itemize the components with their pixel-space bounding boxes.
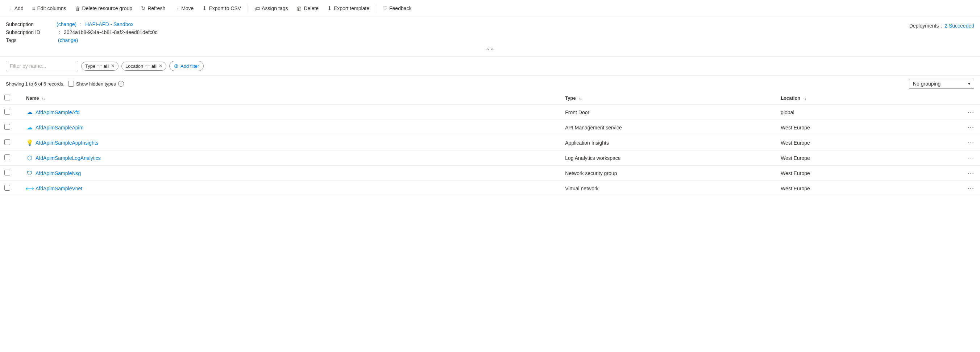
type-sort-icon[interactable]: ↑↓ <box>578 97 582 100</box>
subscription-value[interactable]: HAPI-AFD - Sandbox <box>85 21 134 27</box>
edit-columns-label: Edit columns <box>37 5 66 11</box>
row-checkbox-cell <box>0 120 22 135</box>
resource-icon: 🛡 <box>26 170 33 177</box>
records-bar: Showing 1 to 6 of 6 records. Show hidden… <box>0 76 980 92</box>
resource-name: AfdApimSampleAfd <box>35 110 80 115</box>
row-context-menu-button[interactable]: ··· <box>966 108 976 116</box>
add-filter-button[interactable]: ⊕ Add filter <box>169 61 204 71</box>
separator-2 <box>376 4 376 13</box>
filter-bar: Type == all ✕ Location == all ✕ ⊕ Add fi… <box>0 57 980 76</box>
row-context-menu-button[interactable]: ··· <box>966 124 976 131</box>
select-all-checkbox[interactable] <box>4 95 10 100</box>
add-filter-label: Add filter <box>180 64 199 69</box>
export-template-button[interactable]: ⬇ Export template <box>324 3 373 14</box>
tags-label: Tags <box>6 37 57 43</box>
table-header: Name ↑↓ Type ↑↓ Location ↑↓ <box>0 92 980 105</box>
feedback-label: Feedback <box>389 5 411 11</box>
row-name-cell: 🛡 AfdApimSampleNsg <box>22 166 561 181</box>
export-icon: ⬇ <box>327 5 332 11</box>
deployments-value[interactable]: 2 Succeeded <box>945 23 974 29</box>
row-menu-cell: ··· <box>953 166 980 181</box>
row-checkbox-cell <box>0 166 22 181</box>
location-filter-tag[interactable]: Location == all ✕ <box>121 62 166 71</box>
resource-name: AfdApimSampleAppInsights <box>35 140 99 146</box>
edit-columns-button[interactable]: ≡ Edit columns <box>29 3 70 14</box>
tag-icon: 🏷 <box>255 5 260 11</box>
row-context-menu-button[interactable]: ··· <box>966 169 976 177</box>
grouping-dropdown[interactable]: No grouping ▾ <box>909 79 974 89</box>
add-button[interactable]: + Add <box>6 3 27 14</box>
resource-location: West Europe <box>781 140 810 146</box>
header-type: Type ↑↓ <box>561 92 776 105</box>
row-context-menu-button[interactable]: ··· <box>966 139 976 147</box>
resource-name: AfdApimSampleLogAnalytics <box>35 155 101 161</box>
resource-name-link[interactable]: ⬡ AfdApimSampleLogAnalytics <box>26 154 556 162</box>
tags-row: Tags (change) <box>6 37 158 43</box>
refresh-button[interactable]: ↻ Refresh <box>137 3 169 14</box>
resource-name-link[interactable]: ☁ AfdApimSampleAfd <box>26 109 556 116</box>
resource-type: Application Insights <box>565 140 609 146</box>
resource-icon: ⟷ <box>26 185 33 192</box>
export-csv-button[interactable]: ⬇ Export to CSV <box>199 3 245 14</box>
chevron-down-icon: ▾ <box>968 81 970 86</box>
resource-name-link[interactable]: 💡 AfdApimSampleAppInsights <box>26 139 556 147</box>
columns-icon: ≡ <box>32 5 35 11</box>
show-hidden-section: Show hidden types i <box>68 81 124 87</box>
resource-name-link[interactable]: 🛡 AfdApimSampleNsg <box>26 170 556 177</box>
delete-rg-button[interactable]: 🗑 Delete resource group <box>72 3 136 14</box>
table-row: ☁ AfdApimSampleAfd Front Door global ··· <box>0 105 980 120</box>
show-hidden-checkbox[interactable] <box>68 81 74 87</box>
move-button[interactable]: → Move <box>170 3 197 14</box>
row-context-menu-button[interactable]: ··· <box>966 154 976 162</box>
location-sort-icon[interactable]: ↑↓ <box>803 97 807 100</box>
row-checkbox-0[interactable] <box>4 109 10 115</box>
filter-plus-icon: ⊕ <box>174 63 179 69</box>
resource-name: AfdApimSampleNsg <box>35 170 81 176</box>
resource-location: West Europe <box>781 170 810 176</box>
row-name-cell: ☁ AfdApimSampleAfd <box>22 105 561 120</box>
delete-button[interactable]: 🗑 Delete <box>293 3 322 14</box>
toolbar: + Add ≡ Edit columns 🗑 Delete resource g… <box>0 0 980 17</box>
row-type-cell: Front Door <box>561 105 776 120</box>
row-checkbox-2[interactable] <box>4 139 10 145</box>
row-menu-cell: ··· <box>953 120 980 135</box>
collapse-button[interactable]: ⌃⌃ <box>486 48 494 53</box>
tags-change-link[interactable]: (change) <box>58 37 78 43</box>
row-checkbox-3[interactable] <box>4 154 10 160</box>
resource-name-link[interactable]: ☁ AfdApimSampleApim <box>26 124 556 131</box>
location-filter-close[interactable]: ✕ <box>159 64 162 68</box>
header-menu <box>953 92 980 105</box>
row-context-menu-button[interactable]: ··· <box>966 185 976 192</box>
row-checkbox-cell <box>0 181 22 196</box>
feedback-button[interactable]: ♡ Feedback <box>379 3 415 14</box>
export-template-label: Export template <box>334 5 369 11</box>
row-type-cell: Log Analytics workspace <box>561 150 776 166</box>
row-location-cell: West Europe <box>776 120 953 135</box>
subscription-change-link[interactable]: (change) <box>57 21 76 27</box>
deployments-label: Deployments <box>909 23 939 29</box>
assign-tags-button[interactable]: 🏷 Assign tags <box>251 3 291 14</box>
resource-type: Log Analytics workspace <box>565 155 620 161</box>
table-row: ⟷ AfdApimSampleVnet Virtual network West… <box>0 181 980 196</box>
resource-location: West Europe <box>781 186 810 191</box>
table-row: 💡 AfdApimSampleAppInsights Application I… <box>0 135 980 150</box>
resource-name-link[interactable]: ⟷ AfdApimSampleVnet <box>26 185 556 192</box>
table-row: 🛡 AfdApimSampleNsg Network security grou… <box>0 166 980 181</box>
row-checkbox-5[interactable] <box>4 185 10 191</box>
filter-input[interactable] <box>6 61 78 71</box>
separator-1 <box>248 4 248 13</box>
type-filter-close[interactable]: ✕ <box>111 64 115 68</box>
move-icon: → <box>174 5 180 11</box>
export-csv-label: Export to CSV <box>209 5 241 11</box>
resource-icon: 💡 <box>26 139 33 147</box>
type-filter-tag[interactable]: Type == all ✕ <box>81 62 119 71</box>
row-location-cell: West Europe <box>776 166 953 181</box>
name-sort-icon[interactable]: ↑↓ <box>42 97 45 100</box>
row-name-cell: 💡 AfdApimSampleAppInsights <box>22 135 561 150</box>
row-checkbox-4[interactable] <box>4 170 10 175</box>
grouping-label: No grouping <box>913 81 940 87</box>
resource-type: API Management service <box>565 125 622 131</box>
row-checkbox-1[interactable] <box>4 124 10 130</box>
header-name: Name ↑↓ <box>22 92 561 105</box>
row-menu-cell: ··· <box>953 105 980 120</box>
